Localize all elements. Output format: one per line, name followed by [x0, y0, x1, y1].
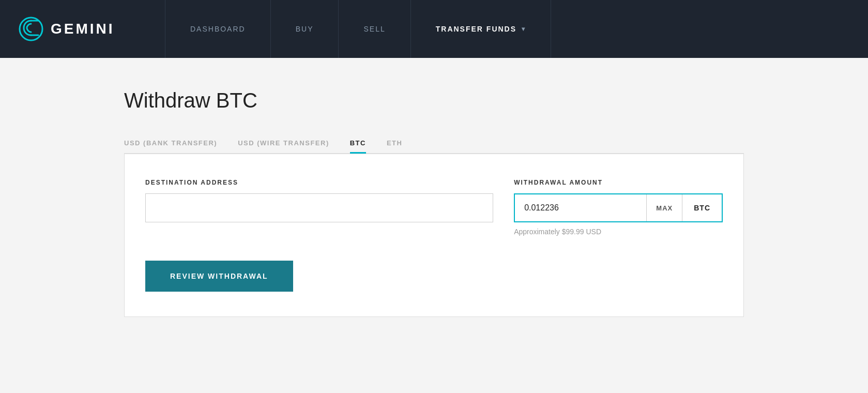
nav-item-dashboard[interactable]: DASHBOARD	[165, 0, 271, 58]
nav-item-sell[interactable]: SELL	[339, 0, 410, 58]
approx-usd-text: Approximately $99.99 USD	[514, 228, 723, 236]
logo-text: GEMINI	[51, 21, 115, 37]
tab-eth[interactable]: ETH	[387, 133, 403, 153]
currency-tabs: USD (BANK TRANSFER) USD (WIRE TRANSFER) …	[124, 133, 744, 154]
page-title: Withdraw BTC	[124, 89, 744, 112]
nav-item-buy[interactable]: BUY	[271, 0, 339, 58]
form-row: DESTINATION ADDRESS WITHDRAWAL AMOUNT MA…	[145, 179, 723, 236]
amount-input-wrapper: MAX BTC	[514, 193, 723, 222]
header: GEMINI DASHBOARD BUY SELL TRANSFER FUNDS…	[0, 0, 868, 58]
max-button[interactable]: MAX	[646, 194, 682, 221]
tab-usd-wire[interactable]: USD (WIRE TRANSFER)	[238, 133, 329, 153]
destination-label: DESTINATION ADDRESS	[145, 179, 493, 186]
withdrawal-form-card: DESTINATION ADDRESS WITHDRAWAL AMOUNT MA…	[124, 154, 744, 317]
tab-btc[interactable]: BTC	[350, 133, 366, 153]
chevron-down-icon: ▾	[522, 25, 526, 33]
review-withdrawal-button[interactable]: REVIEW WITHDRAWAL	[145, 261, 293, 292]
withdrawal-amount-group: WITHDRAWAL AMOUNT MAX BTC Approximately …	[514, 179, 723, 236]
gemini-logo-icon	[19, 17, 43, 41]
destination-address-input[interactable]	[145, 193, 493, 222]
currency-label: BTC	[682, 194, 722, 221]
destination-address-group: DESTINATION ADDRESS	[145, 179, 493, 222]
amount-label: WITHDRAWAL AMOUNT	[514, 179, 723, 186]
logo-area: GEMINI	[0, 0, 165, 58]
nav-item-transfer[interactable]: TRANSFER FUNDS ▾	[411, 0, 551, 58]
withdrawal-amount-input[interactable]	[515, 194, 646, 221]
tab-usd-bank[interactable]: USD (BANK TRANSFER)	[124, 133, 217, 153]
main-content: Withdraw BTC USD (BANK TRANSFER) USD (WI…	[0, 58, 868, 348]
main-nav: DASHBOARD BUY SELL TRANSFER FUNDS ▾	[165, 0, 868, 58]
